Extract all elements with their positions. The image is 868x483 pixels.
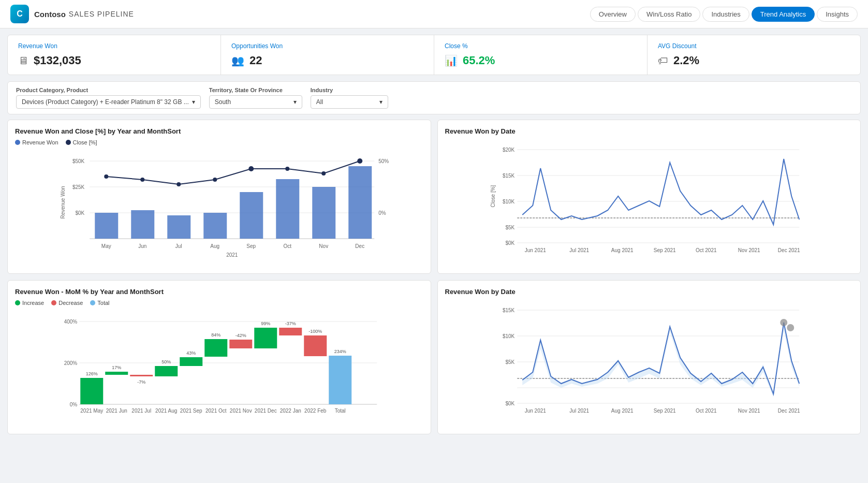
industry-filter-select[interactable]: All ▾: [311, 95, 388, 109]
svg-point-24: [321, 171, 326, 175]
svg-text:234%: 234%: [334, 349, 346, 354]
kpi-opportunities: Opportunities Won 👥 22: [221, 35, 434, 75]
chart3-svg: 400% 200% 0% 126% 17% -7% 50% 43% 84%: [15, 311, 423, 425]
svg-text:2021 Nov: 2021 Nov: [230, 408, 252, 414]
product-filter-select[interactable]: Devices (Product Category) + E-reader Pl…: [16, 95, 201, 109]
kpi-close-pct: Close % 📊 65.2%: [434, 35, 648, 75]
svg-text:-42%: -42%: [236, 333, 246, 338]
svg-text:99%: 99%: [261, 321, 270, 326]
chart-mom-pct: Revenue Won - MoM % by Year and MonthSor…: [7, 280, 431, 434]
kpi-opportunities-label: Opportunities Won: [231, 42, 423, 50]
product-filter-value: Devices (Product Category) + E-reader Pl…: [22, 98, 189, 106]
territory-filter-value: South: [215, 98, 231, 106]
svg-point-23: [285, 167, 289, 171]
svg-text:2021 Jul: 2021 Jul: [131, 408, 151, 414]
svg-text:Sep: Sep: [246, 243, 256, 249]
kpi-avg-discount: AVG Discount 🏷 2.2%: [648, 35, 860, 75]
nav-bar: Overview Win/Loss Ratio Industries Trend…: [590, 7, 858, 22]
svg-rect-14: [240, 192, 263, 239]
svg-text:43%: 43%: [186, 350, 196, 356]
svg-text:Aug 2021: Aug 2021: [611, 247, 633, 253]
chart2-title: Revenue Won by Date: [445, 127, 854, 135]
product-filter-label: Product Category, Product: [16, 87, 201, 93]
svg-text:0%: 0%: [70, 402, 78, 407]
svg-rect-74: [229, 340, 252, 348]
header: C Contoso SALES PIPELINE Overview Win/Lo…: [0, 0, 868, 28]
kpi-close-pct-value: 65.2%: [463, 54, 495, 67]
svg-text:$5K: $5K: [505, 225, 514, 230]
svg-text:Total: Total: [335, 408, 346, 414]
svg-text:200%: 200%: [64, 360, 78, 366]
chart1-legend: Revenue Won Close [%]: [15, 139, 423, 145]
legend-close-pct: Close [%]: [66, 139, 97, 145]
svg-rect-10: [95, 213, 118, 239]
svg-text:$5K: $5K: [505, 359, 514, 365]
industry-filter-label: Industry: [311, 87, 388, 93]
svg-rect-13: [203, 213, 227, 239]
svg-text:Aug: Aug: [210, 243, 219, 249]
svg-text:2021 Oct: 2021 Oct: [205, 408, 227, 414]
svg-text:$0K: $0K: [75, 210, 84, 216]
kpi-revenue-value: $132,035: [34, 54, 81, 67]
legend-revenue-dot: [15, 140, 20, 145]
svg-rect-15: [276, 179, 299, 239]
svg-point-19: [140, 178, 144, 182]
svg-text:Jul 2021: Jul 2021: [569, 408, 589, 414]
svg-text:400%: 400%: [64, 319, 78, 325]
chart4-svg: $15K $10K $5K $0K Jun 2021 Jul 2021 Aug …: [445, 300, 854, 424]
svg-rect-80: [304, 335, 327, 356]
kpi-revenue-icon: 🖥: [18, 55, 28, 67]
legend-revenue-label: Revenue Won: [22, 139, 58, 145]
nav-win-loss[interactable]: Win/Loss Ratio: [638, 7, 700, 22]
svg-point-107: [787, 324, 794, 331]
svg-text:$0K: $0K: [505, 240, 514, 246]
kpi-opportunities-value: 22: [249, 54, 262, 67]
territory-filter-chevron: ▾: [293, 98, 297, 106]
svg-text:Jul 2021: Jul 2021: [569, 247, 589, 253]
svg-text:$15K: $15K: [502, 308, 514, 313]
svg-text:Sep 2021: Sep 2021: [653, 247, 675, 253]
svg-text:2021 May: 2021 May: [80, 408, 103, 414]
territory-filter-select[interactable]: South ▾: [209, 95, 302, 109]
app-title: SALES PIPELINE: [69, 10, 134, 18]
svg-rect-62: [80, 378, 103, 404]
legend-revenue-won: Revenue Won: [15, 139, 58, 145]
chart2-svg: $20K $15K $10K $5K $0K Jun 2021 Jul 2021…: [445, 139, 854, 264]
svg-text:Sep 2021: Sep 2021: [653, 408, 675, 414]
svg-text:50%: 50%: [378, 158, 389, 164]
industry-filter-group: Industry All ▾: [311, 87, 388, 109]
product-filter-group: Product Category, Product Devices (Produ…: [16, 87, 201, 109]
svg-text:2022 Jan: 2022 Jan: [280, 408, 301, 414]
svg-rect-64: [105, 372, 128, 375]
svg-text:2021: 2021: [226, 252, 238, 258]
kpi-avg-discount-label: AVG Discount: [658, 42, 850, 50]
svg-point-21: [213, 178, 217, 182]
kpi-avg-discount-icon: 🏷: [658, 55, 668, 67]
svg-point-25: [357, 158, 362, 164]
svg-text:Nov 2021: Nov 2021: [738, 247, 760, 253]
legend-total-dot: [90, 300, 95, 305]
svg-text:Jul: Jul: [175, 243, 182, 249]
svg-text:Oct 2021: Oct 2021: [695, 408, 716, 414]
svg-text:0%: 0%: [378, 210, 386, 216]
svg-text:$20K: $20K: [502, 147, 514, 153]
svg-rect-66: [130, 375, 153, 376]
svg-text:Jun 2021: Jun 2021: [524, 247, 546, 253]
svg-text:$50K: $50K: [72, 158, 85, 164]
nav-insights[interactable]: Insights: [817, 7, 858, 22]
filters-row: Product Category, Product Devices (Produ…: [7, 81, 861, 114]
svg-text:84%: 84%: [211, 332, 220, 338]
nav-industries[interactable]: Industries: [702, 7, 749, 22]
svg-rect-78: [279, 328, 302, 335]
nav-trend-analytics[interactable]: Trend Analytics: [752, 7, 815, 22]
kpi-close-pct-label: Close %: [445, 42, 637, 50]
svg-text:2021 Dec: 2021 Dec: [255, 408, 277, 414]
svg-text:-100%: -100%: [308, 329, 322, 334]
chart1-svg: $50K $25K $0K 50% 0%: [15, 151, 423, 265]
kpi-avg-discount-value: 2.2%: [673, 54, 699, 67]
nav-overview[interactable]: Overview: [590, 7, 636, 22]
kpi-close-pct-icon: 📊: [445, 54, 458, 67]
svg-text:50%: 50%: [161, 359, 171, 364]
svg-text:May: May: [101, 243, 111, 249]
svg-rect-72: [204, 339, 227, 357]
